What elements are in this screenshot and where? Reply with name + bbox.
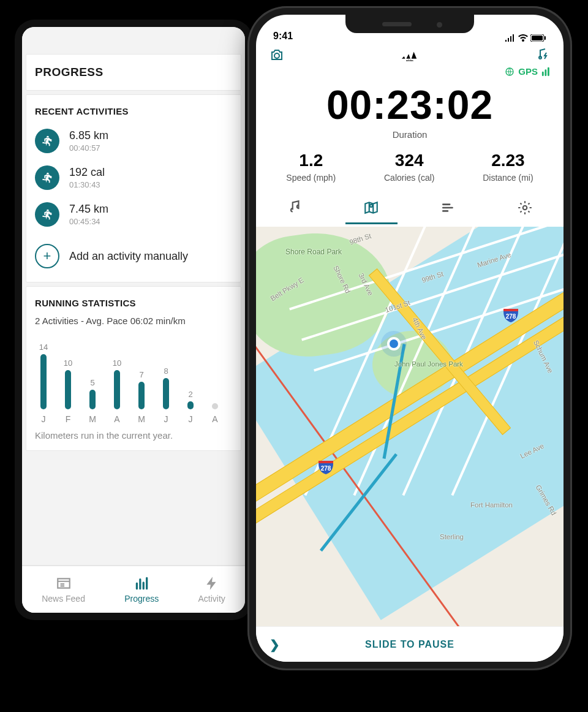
nav-activity[interactable]: Activity — [198, 575, 225, 604]
metric-label: Distance (mi) — [483, 173, 533, 183]
km-bar-chart: 1410510782 — [26, 332, 241, 412]
news-feed-icon — [56, 575, 72, 591]
map-label-shore-road-park: Shore Road Park — [285, 248, 342, 256]
music-bolt-icon — [534, 48, 551, 62]
chart-bar: 10 — [108, 358, 126, 409]
metric-label: Calories (cal) — [384, 173, 434, 183]
slide-to-pause[interactable]: ❯ SLIDE TO PAUSE — [256, 626, 564, 662]
chart-bar: 2 — [182, 390, 199, 409]
chart-month-label: A — [108, 414, 126, 424]
svg-point-3 — [274, 53, 279, 58]
signal-bars-icon — [541, 67, 551, 77]
camera-icon — [268, 48, 285, 62]
metric-speed: 1.2 Speed (mph) — [286, 151, 336, 183]
chart-month-label: J — [35, 414, 52, 424]
bottom-nav: News Feed Progress Activity — [22, 565, 245, 613]
activity-metric: 192 cal — [69, 166, 105, 179]
metric-label: Speed (mph) — [286, 173, 336, 183]
android-phone-frame: PROGRESS RECENT ACTIVITIES 6.85 km 00:40… — [15, 20, 252, 620]
add-activity-button[interactable]: + Add an activity manually — [26, 233, 241, 282]
nav-label: Activity — [198, 594, 225, 604]
duration-label: Duration — [256, 129, 564, 140]
activity-row[interactable]: 192 cal 01:30:43 — [26, 159, 241, 196]
nav-progress[interactable]: Progress — [124, 575, 159, 604]
activity-row[interactable]: 7.45 km 00:45:34 — [26, 196, 241, 233]
activity-row[interactable]: 6.85 km 00:40:57 — [26, 123, 241, 159]
chart-month-label: J — [157, 414, 175, 424]
metric-value: 324 — [384, 151, 434, 170]
svg-text:278: 278 — [321, 465, 331, 472]
music-note-icon — [287, 200, 303, 216]
svg-marker-4 — [402, 56, 405, 59]
running-statistics-title: RUNNING STATISTICS — [26, 287, 241, 314]
chart-month-label: M — [133, 414, 150, 424]
tab-music[interactable] — [256, 196, 333, 224]
camera-button[interactable] — [268, 48, 285, 65]
chart-bar: 10 — [59, 358, 77, 409]
map-label-fort-hamilton: Fort Hamilton — [470, 501, 513, 509]
app-top-bar: adidas — [256, 44, 564, 66]
tab-map[interactable] — [333, 196, 410, 224]
map-view[interactable]: Shore Road Park Belt Pkwy E Shore Rd 3rd… — [256, 227, 564, 626]
iphone-frame: 9:41 adidas — [247, 6, 572, 670]
duration-timer: 00:23:02 — [256, 81, 564, 128]
adidas-logo: adidas — [401, 49, 418, 64]
progress-screen: PROGRESS RECENT ACTIVITIES 6.85 km 00:40… — [22, 27, 245, 613]
splits-icon — [440, 200, 456, 216]
map-label-98th: 98th St — [349, 232, 372, 246]
activity-metric: 7.45 km — [69, 203, 108, 216]
chart-bar — [206, 392, 224, 409]
tab-settings[interactable] — [487, 196, 564, 224]
gear-icon — [517, 200, 533, 216]
running-statistics-card: RUNNING STATISTICS 2 Activities - Avg. P… — [26, 286, 241, 451]
gps-indicator: GPS — [256, 66, 564, 77]
nav-label: Progress — [124, 594, 159, 604]
svg-point-9 — [370, 205, 372, 207]
chart-month-label: J — [182, 414, 199, 424]
interstate-shield-icon: 278 — [317, 458, 334, 475]
km-bar-chart-months: JFMAMJJA — [26, 412, 241, 425]
chart-bar: 5 — [84, 378, 101, 409]
chart-bar: 7 — [133, 370, 150, 409]
nav-news-feed[interactable]: News Feed — [42, 575, 85, 604]
status-time: 9:41 — [273, 31, 293, 42]
chart-bar: 14 — [35, 343, 52, 409]
running-statistics-subtitle: 2 Activities - Avg. Pace 06:02 min/km — [26, 314, 241, 332]
km-chart-caption: Kilometers run in the current year. — [26, 425, 241, 450]
page-title: PROGRESS — [26, 55, 241, 90]
nav-label: News Feed — [42, 594, 85, 604]
chart-bar: 8 — [157, 366, 175, 409]
gps-label: GPS — [518, 66, 538, 77]
plus-icon: + — [35, 244, 59, 268]
svg-text:adidas: adidas — [406, 59, 413, 62]
svg-text:278: 278 — [506, 313, 516, 320]
progress-icon — [134, 575, 149, 591]
wifi-icon — [518, 34, 528, 42]
activity-duration: 00:40:57 — [69, 143, 108, 153]
activity-duration: 00:45:34 — [69, 217, 108, 226]
cellular-icon — [505, 34, 516, 42]
map-icon — [363, 200, 379, 216]
chart-month-label: M — [84, 414, 101, 424]
music-button[interactable] — [534, 48, 551, 65]
activity-duration: 01:30:43 — [69, 180, 105, 189]
activity-tab-row — [256, 194, 564, 227]
activity-metric: 6.85 km — [69, 129, 108, 142]
android-status-bar — [22, 27, 245, 50]
recent-activities-card: RECENT ACTIVITIES 6.85 km 00:40:57 — [26, 94, 241, 282]
map-label-jpjones: John Paul Jones Park — [394, 360, 463, 368]
chevron-right-icon: ❯ — [270, 637, 281, 652]
add-activity-label: Add an activity manually — [69, 250, 188, 263]
tab-splits[interactable] — [410, 196, 487, 224]
battery-icon — [530, 34, 546, 42]
recent-activities-title: RECENT ACTIVITIES — [26, 95, 241, 123]
slide-label: SLIDE TO PAUSE — [365, 639, 454, 650]
svg-rect-2 — [545, 36, 546, 40]
chart-month-label: F — [59, 414, 77, 424]
svg-point-10 — [523, 206, 527, 210]
metric-value: 1.2 — [286, 151, 336, 170]
svg-marker-6 — [412, 52, 417, 59]
running-icon — [35, 129, 59, 153]
activity-icon — [204, 575, 220, 591]
activity-screen: 9:41 adidas — [256, 15, 564, 662]
